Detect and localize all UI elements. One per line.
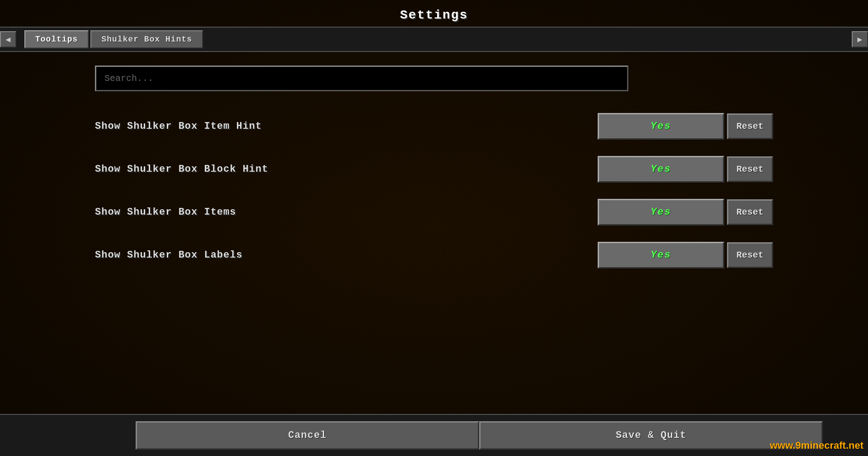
setting-row-show-shulker-box-labels: Show Shulker Box Labels Yes Reset <box>95 234 773 277</box>
tab-left-arrow[interactable]: ◀ <box>0 31 16 47</box>
tab-right-arrow[interactable]: ▶ <box>852 31 868 47</box>
setting-controls-2: Yes Reset <box>598 199 773 226</box>
yes-button-show-shulker-box-block-hint[interactable]: Yes <box>598 156 724 183</box>
tab-tooltips[interactable]: Tooltips <box>24 30 89 48</box>
yes-button-show-shulker-box-labels[interactable]: Yes <box>598 242 724 268</box>
tab-bar: ◀ Tooltips Shulker Box Hints ▶ <box>0 27 868 52</box>
settings-page: Settings ◀ Tooltips Shulker Box Hints ▶ … <box>0 0 868 456</box>
reset-button-show-shulker-box-labels[interactable]: Reset <box>727 242 773 268</box>
content-inner: Show Shulker Box Item Hint Yes Reset Sho… <box>95 66 773 277</box>
setting-row-show-shulker-box-item-hint: Show Shulker Box Item Hint Yes Reset <box>95 105 773 148</box>
yes-button-show-shulker-box-items[interactable]: Yes <box>598 199 724 226</box>
search-container <box>95 66 628 91</box>
setting-row-show-shulker-box-block-hint: Show Shulker Box Block Hint Yes Reset <box>95 148 773 191</box>
bottom-buttons: Cancel Save & Quit <box>0 421 868 450</box>
setting-label-show-shulker-box-items: Show Shulker Box Items <box>95 207 236 218</box>
tabs-wrapper: Tooltips Shulker Box Hints <box>24 30 203 48</box>
setting-controls-0: Yes Reset <box>598 113 773 140</box>
setting-controls-3: Yes Reset <box>598 242 773 268</box>
setting-label-show-shulker-box-item-hint: Show Shulker Box Item Hint <box>95 121 262 132</box>
reset-button-show-shulker-box-item-hint[interactable]: Reset <box>727 113 773 139</box>
reset-button-show-shulker-box-block-hint[interactable]: Reset <box>727 156 773 182</box>
tab-shulker-box-hints[interactable]: Shulker Box Hints <box>90 30 203 48</box>
setting-label-show-shulker-box-labels: Show Shulker Box Labels <box>95 249 243 261</box>
settings-list: Show Shulker Box Item Hint Yes Reset Sho… <box>95 105 773 277</box>
search-input[interactable] <box>95 66 628 91</box>
reset-button-show-shulker-box-items[interactable]: Reset <box>727 199 773 225</box>
setting-label-show-shulker-box-block-hint: Show Shulker Box Block Hint <box>95 164 268 175</box>
bottom-bar: Cancel Save & Quit <box>0 414 868 456</box>
save-quit-button[interactable]: Save & Quit <box>479 421 823 450</box>
cancel-button[interactable]: Cancel <box>136 421 479 450</box>
setting-row-show-shulker-box-items: Show Shulker Box Items Yes Reset <box>95 191 773 234</box>
page-title: Settings <box>0 0 868 27</box>
content-area: Show Shulker Box Item Hint Yes Reset Sho… <box>0 52 868 414</box>
setting-controls-1: Yes Reset <box>598 156 773 183</box>
yes-button-show-shulker-box-item-hint[interactable]: Yes <box>598 113 724 140</box>
